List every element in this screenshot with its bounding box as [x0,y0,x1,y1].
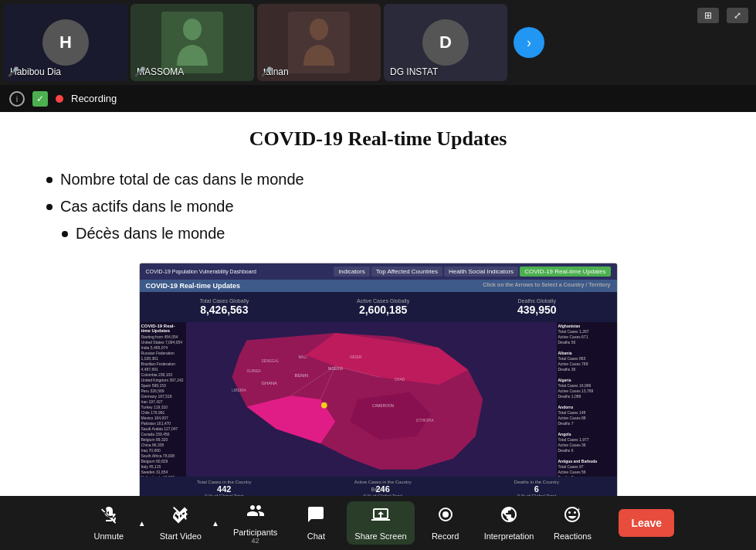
svg-text:CHAD: CHAD [394,378,405,382]
presentation-title: COVID-19 Real-time Updates [31,127,725,151]
main-content: COVID-19 Real-time Updates Nombre total … [0,112,756,496]
dashboard-sidebar-left: COVID-19 Real-time Updates Starting from… [140,322,186,477]
video-caret[interactable]: ▲ [209,515,222,531]
interpretation-label: Interpretation [484,531,534,541]
top-right-controls: ⊞ ⤢ [697,8,748,23]
dashboard-stats: Total Cases Globally 8,426,563 Active Ca… [140,292,617,322]
participants-button[interactable]: Participants 42 [225,497,285,548]
avatar-habibou: H [42,19,89,66]
record-button[interactable]: Record [419,501,473,545]
svg-text:+: + [577,506,581,513]
info-icon[interactable]: i [9,91,25,107]
top-bar: H Habibou Dia 🎤 MASSOMA 🎤 talnan 🎤 D DG … [0,0,756,85]
selected-country-label: Benin [371,487,385,492]
svg-text:ETHIOPIA: ETHIOPIA [416,419,434,423]
svg-point-15 [442,511,449,518]
record-label: Record [432,531,459,541]
svg-point-1 [310,19,328,40]
reactions-button[interactable]: + Reactions [545,501,599,545]
leave-button[interactable]: Leave [619,509,674,537]
interpretation-button[interactable]: Interpretation [476,501,542,545]
next-participants-button[interactable]: › [514,27,544,58]
svg-point-0 [183,19,202,40]
dashboard-subtitle: COVID-19 Real-time Updates Click on the … [140,280,617,292]
tab-top-affected[interactable]: Top Affected Countries [371,267,442,277]
participants-count: 42 [233,537,277,545]
total-cases-value: 8,426,563 [199,304,249,316]
grid-view-button[interactable]: ⊞ [697,8,719,23]
start-video-group: Start Video ▲ [152,501,222,545]
video-talnan [288,12,350,73]
video-off-icon [171,505,190,528]
dashboard-tabs: indicators Top Affected Countries Health… [334,267,610,277]
svg-text:BENIN: BENIN [294,373,307,378]
svg-text:CAMEROON: CAMEROON [372,404,395,408]
participant-tile-massoma: MASSOMA 🎤 [131,4,254,81]
dashboard-sidebar-right: Afghanistan Total Cases 1,267 Active Cas… [557,322,617,477]
reactions-label: Reactions [554,531,592,541]
status-bar: i ✓ Recording [0,85,756,112]
sidebar-left-title: COVID-19 Real-time Updates [141,324,185,333]
chat-icon [307,505,325,528]
svg-point-2 [321,402,327,409]
mic-off-icon [100,505,118,528]
total-cases-label: Total Cases Globally [199,298,249,304]
share-screen-button[interactable]: Share Screen [347,501,414,545]
bullet-dot-2 [46,204,53,210]
bullet-list: Nombre total de cas dans le monde Cas ac… [31,166,725,247]
dashboard-footer: Total Cases in the Country 442 0 % of Gl… [140,477,617,496]
bottom-toolbar: Unmute ▲ Start Video ▲ Participants 42 [0,496,756,550]
participant-tile-talnan: talnan 🎤 [257,4,381,81]
dashboard-header: COVID-19 Population Vulnerability Dashbo… [140,263,617,280]
dashboard-inner: COVID-19 Population Vulnerability Dashbo… [140,263,617,496]
svg-text:SENEGAL: SENEGAL [261,359,279,363]
svg-text:GHANA: GHANA [261,381,277,385]
tab-indicators[interactable]: indicators [334,267,369,277]
total-cases-stat: Total Cases Globally 8,426,563 [199,298,249,316]
dashboard-title-label: COVID-19 Population Vulnerability Dashbo… [146,269,256,274]
bullet-dot-3 [62,231,68,237]
participant-name-dg-instat: DG INSTAT [390,66,438,77]
chat-label: Chat [307,531,325,541]
participants-label: Participants 42 [233,528,277,545]
tab-health-social[interactable]: Health Social Indicators [444,267,518,277]
svg-text:GUINEA: GUINEA [246,369,261,373]
deaths-label: Deaths Globally [517,298,557,304]
deaths-value: 439,950 [517,304,557,316]
chat-button[interactable]: Chat [289,501,343,545]
people-icon [246,501,265,525]
unmute-label: Unmute [94,531,124,541]
unmute-caret[interactable]: ▲ [136,515,148,531]
emoji-icon: + [563,505,581,528]
svg-text:NIGERIA: NIGERIA [327,367,343,371]
dashboard-map: COVID-19 Real-time Updates Starting from… [140,322,617,477]
share-screen-icon [371,505,390,528]
start-video-label: Start Video [160,531,202,541]
share-screen-label: Share Screen [354,531,406,541]
svg-text:MALI: MALI [298,355,307,359]
svg-text:LIBERIA: LIBERIA [232,389,246,392]
dashboard-preview: COVID-19 Population Vulnerability Dashbo… [139,263,618,496]
presentation: COVID-19 Real-time Updates Nombre total … [0,112,756,496]
mute-icon-talnan: 🎤 [261,66,273,77]
globe-icon [500,505,518,528]
bullet-item-1: Nombre total de cas dans le monde [31,166,725,193]
video-massoma [161,12,223,73]
footer-deaths-value: 6 [514,484,559,494]
start-video-button[interactable]: Start Video [152,501,209,545]
deaths-stat: Deaths Globally 439,950 [517,298,557,316]
svg-text:NIGER: NIGER [350,355,362,359]
participant-tile-habibou: H Habibou Dia 🎤 [4,4,127,81]
tab-covid-realtime[interactable]: COVID-19 Real-time Updates [520,267,610,277]
bullet-item-2: Cas actifs dans le monde [31,193,725,220]
shield-icon: ✓ [32,91,48,107]
fullscreen-button[interactable]: ⤢ [727,8,748,23]
record-icon [436,505,455,528]
active-cases-value: 2,600,185 [357,304,409,316]
click-instruction: Click on the Arrows to Select a Country … [483,282,610,287]
recording-dot [56,95,63,103]
country-list: Starting from 454,054 United States 7,09… [141,334,185,477]
bullet-item-3: Décès dans le monde [31,220,725,247]
unmute-button[interactable]: Unmute [82,501,136,545]
footer-stat-country: Total Cases in the Country 442 0 % of Gl… [197,480,251,496]
